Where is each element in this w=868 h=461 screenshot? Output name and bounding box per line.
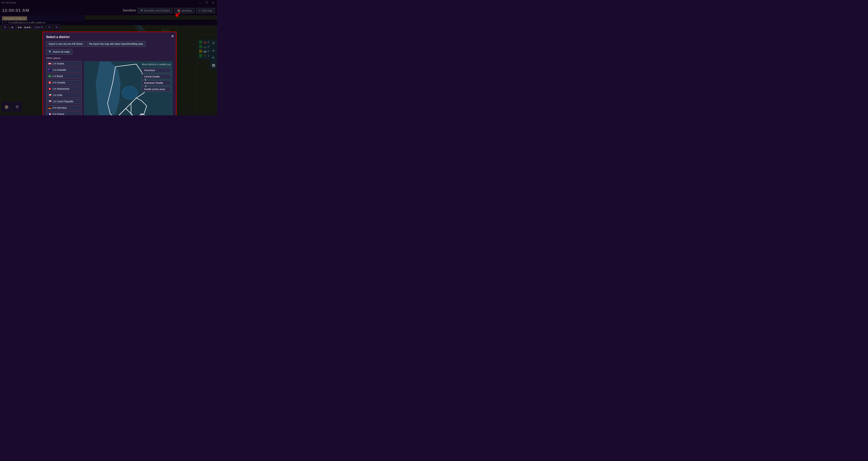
place-btn-7[interactable]: 🇩🇪3 in Germany [46,105,82,110]
modal-close-button[interactable]: ✕ [171,34,174,38]
place-label-0: 1 in Austria [53,62,64,65]
flag-icon-2: 🇧🇷 [48,75,51,78]
modal-top-buttons: Import a new city into A/B Street Re-imp… [46,41,173,47]
modal-body: 🇦🇹1 in Austria🇦🇺1 in Australia🇧🇷1 in Bra… [46,61,173,115]
place-btn-3[interactable]: 🇨🇦2 in Canada [46,80,82,85]
import-city-button[interactable]: Import a new city into A/B Street [46,41,85,47]
flag-icon-6: 🇨🇿 [48,100,51,103]
district-btn-central-seattle[interactable]: Central Seattle [142,74,171,79]
flag-icon-8: 🇫🇷 [48,113,51,115]
seattle-districts-panel: More districts in seattle (us) Arboretum… [142,63,171,92]
search-maps-button[interactable]: 🔍 Search all maps [46,49,72,55]
place-label-5: 1 in Chile [53,94,62,97]
seattle-districts-label: More districts in seattle (us) [142,63,171,66]
place-label-7: 3 in Germany [53,106,67,109]
place-btn-8[interactable]: 🇫🇷5 in France [46,111,82,115]
place-label-1: 1 in Australia [53,69,66,71]
reimport-button[interactable]: Re-import this map with latest OpenStree… [87,41,146,47]
place-btn-5[interactable]: 🇨🇱1 in Chile [46,93,82,98]
place-label-3: 2 in Canada [53,81,65,84]
search-label: Search all maps [53,51,70,53]
flag-icon-4: 🇨🇭 [48,88,51,90]
places-list: 🇦🇹1 in Austria🇦🇺1 in Australia🇧🇷1 in Bra… [46,61,82,115]
flag-icon-0: 🇦🇹 [48,62,51,65]
map-preview-background: More districts in seattle (us) Arboretum… [84,61,173,115]
place-btn-2[interactable]: 🇧🇷1 in Brazil [46,74,82,79]
svg-point-34 [122,86,137,99]
district-btn-arboretum[interactable]: Arboretum [142,68,171,73]
flag-icon-5: 🇨🇱 [48,94,51,97]
place-label-6: 1 in Czech Republic [53,100,73,103]
place-btn-1[interactable]: 🇦🇺1 in Australia [46,67,82,72]
modal-title: Select a district [46,35,173,39]
other-places-label: Other places [46,57,173,60]
district-btn-downtown-seattle[interactable]: Downtown Seattle [142,80,171,86]
flag-icon-3: 🇨🇦 [48,81,51,84]
district-btn-seattle-(entire-area)[interactable]: Seattle (entire area) [142,87,171,92]
place-btn-0[interactable]: 🇦🇹1 in Austria [46,61,82,66]
flag-icon-1: 🇦🇺 [48,69,51,71]
place-btn-4[interactable]: 🇨🇭2 in Switzerland [46,86,82,92]
search-icon: 🔍 [49,51,52,53]
select-district-modal: Select a district ✕ Import a new city in… [42,32,177,115]
map-preview: More districts in seattle (us) Arboretum… [84,61,173,115]
place-label-4: 2 in Switzerland [53,88,69,90]
flag-icon-7: 🇩🇪 [48,106,51,109]
place-label-2: 1 in Brazil [53,75,63,78]
place-label-8: 5 in France [53,113,64,115]
place-btn-6[interactable]: 🇨🇿1 in Czech Republic [46,99,82,104]
